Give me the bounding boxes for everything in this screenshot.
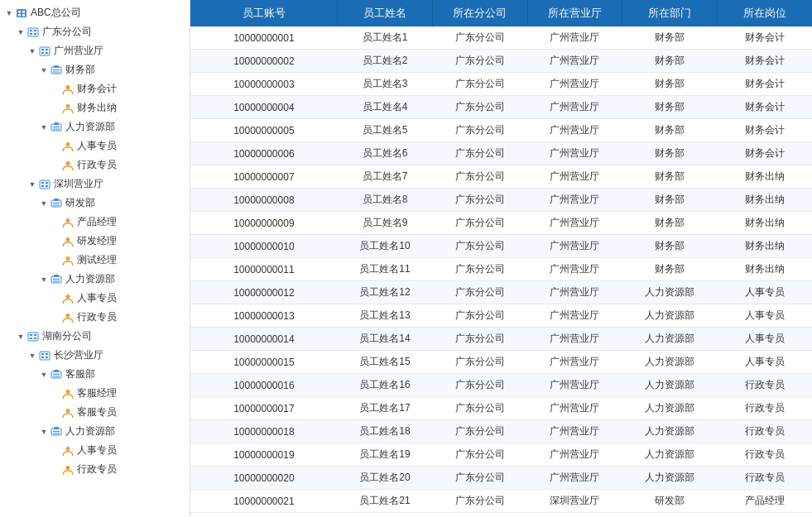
tree-node-rszy3[interactable]: 人事专员	[0, 441, 190, 460]
table-row[interactable]: 10000000018员工姓名18广东分公司广州营业厅人力资源部行政专员	[190, 420, 812, 443]
tree-node-xzzy2[interactable]: 行政专员	[0, 308, 190, 327]
cell-dept: 财务部	[622, 189, 718, 212]
toggle-icon[interactable]: ▼	[15, 333, 26, 341]
cell-name: 员工姓名2	[338, 50, 433, 73]
toggle-icon[interactable]: ▼	[38, 275, 50, 284]
tree-node-label: 人事专员	[77, 291, 117, 305]
table-header-1[interactable]: 员工姓名	[338, 0, 433, 26]
tree-node-rlyb3[interactable]: ▼ 人力资源部	[0, 422, 190, 441]
cell-company: 广东分公司	[432, 26, 527, 50]
toggle-icon[interactable]: ▼	[38, 428, 50, 436]
cell-empno: 10000000021	[190, 490, 338, 513]
tree-node-label: 客服专员	[77, 405, 117, 419]
tree-node-label: 行政专员	[77, 158, 117, 172]
table-row[interactable]: 10000000005员工姓名5广东分公司广州营业厅财务部财务会计	[190, 119, 812, 142]
tree-node-rlyb[interactable]: ▼ 人力资源部	[0, 117, 190, 136]
tree-node-rlyb2[interactable]: ▼ 人力资源部	[0, 270, 190, 289]
tree-node-gz[interactable]: ▼ 广州营业厅	[0, 41, 190, 60]
tree-node-sz[interactable]: ▼ 深圳营业厅	[0, 175, 190, 194]
toggle-icon[interactable]: ▼	[38, 199, 50, 208]
cell-pos: 财务出纳	[717, 235, 812, 258]
cell-hall: 广州营业厅	[527, 420, 622, 443]
tree-node-label: 行政专员	[77, 310, 117, 324]
table-row[interactable]: 10000000002员工姓名2广东分公司广州营业厅财务部财务会计	[190, 50, 812, 73]
tree-node-kfzy[interactable]: 客服专员	[0, 403, 190, 422]
tree-node-cwcn[interactable]: 财务出纳	[0, 98, 190, 117]
cell-empno: 10000000020	[190, 467, 338, 490]
cell-hall: 广州营业厅	[527, 443, 622, 467]
table-row[interactable]: 10000000004员工姓名4广东分公司广州营业厅财务部财务会计	[190, 96, 812, 119]
table-row[interactable]: 10000000012员工姓名12广东分公司广州营业厅人力资源部人事专员	[190, 281, 812, 304]
table-row[interactable]: 10000000007员工姓名7广东分公司广州营业厅财务部财务出纳	[190, 165, 812, 189]
toggle-icon[interactable]: ▼	[38, 66, 50, 74]
table-scroll-area[interactable]: 员工账号员工姓名所在分公司所在营业厅所在部门所在岗位 10000000001员工…	[190, 0, 812, 517]
cell-dept: 人力资源部	[622, 304, 718, 328]
table-header-5[interactable]: 所在岗位	[717, 0, 812, 26]
table-row[interactable]: 10000000009员工姓名9广东分公司广州营业厅财务部财务出纳	[190, 212, 812, 235]
table-row[interactable]: 10000000014员工姓名14广东分公司广州营业厅人力资源部人事专员	[190, 328, 812, 351]
table-row[interactable]: 10000000006员工姓名6广东分公司广州营业厅财务部财务会计	[190, 142, 812, 165]
tree-node-root[interactable]: ▼ ABC总公司	[0, 3, 190, 22]
cell-hall: 广州营业厅	[527, 328, 622, 351]
cell-dept: 人力资源部	[622, 328, 718, 351]
toggle-icon[interactable]: ▼	[26, 352, 38, 360]
tree-node-xzzy[interactable]: 行政专员	[0, 156, 190, 175]
tree-node-label: 人力资源部	[65, 120, 115, 134]
tree-node-kfb[interactable]: ▼ 客服部	[0, 365, 190, 384]
toggle-icon[interactable]: ▼	[26, 47, 38, 55]
cell-empno: 10000000007	[190, 165, 338, 189]
svg-rect-48	[30, 337, 32, 339]
toggle-icon[interactable]: ▼	[15, 28, 26, 36]
table-row[interactable]: 10000000020员工姓名20广东分公司广州营业厅人力资源部行政专员	[190, 467, 812, 490]
table-row[interactable]: 10000000010员工姓名10广东分公司广州营业厅财务部财务出纳	[190, 235, 812, 258]
tree-node-kfjl[interactable]: 客服经理	[0, 384, 190, 403]
svg-rect-56	[54, 370, 59, 372]
table-row[interactable]: 10000000019员工姓名19广东分公司广州营业厅人力资源部行政专员	[190, 443, 812, 467]
table-header-4[interactable]: 所在部门	[622, 0, 718, 26]
tree-node-rszy2[interactable]: 人事专员	[0, 289, 190, 308]
cell-dept: 财务部	[622, 165, 718, 189]
table-row[interactable]: 10000000021员工姓名21广东分公司深圳营业厅研发部产品经理	[190, 490, 812, 513]
tree-node-cwb[interactable]: ▼ 财务部	[0, 60, 190, 79]
table-header-0[interactable]: 员工账号	[190, 0, 338, 26]
cell-name: 员工姓名1	[338, 26, 433, 50]
table-row[interactable]: 10000000011员工姓名11广东分公司广州营业厅财务部财务出纳	[190, 258, 812, 281]
svg-rect-7	[34, 30, 36, 31]
table-row[interactable]: 10000000008员工姓名8广东分公司广州营业厅财务部财务出纳	[190, 189, 812, 212]
table-row[interactable]: 10000000015员工姓名15广东分公司广州营业厅人力资源部人事专员	[190, 351, 812, 374]
cell-dept: 人力资源部	[622, 374, 718, 397]
tree-node-cpjl[interactable]: 产品经理	[0, 213, 190, 232]
svg-point-20	[66, 104, 70, 108]
table-row[interactable]: 10000000001员工姓名1广东分公司广州营业厅财务部财务会计	[190, 26, 812, 50]
table-row[interactable]: 10000000003员工姓名3广东分公司广州营业厅财务部财务会计	[190, 73, 812, 96]
cell-hall: 广州营业厅	[527, 397, 622, 420]
table-header-2[interactable]: 所在分公司	[432, 0, 527, 26]
tree-node-rszy[interactable]: 人事专员	[0, 136, 190, 156]
svg-rect-16	[54, 65, 59, 68]
table-row[interactable]: 10000000013员工姓名13广东分公司广州营业厅人力资源部人事专员	[190, 304, 812, 328]
tree-node-yfing[interactable]: 研发经理	[0, 232, 190, 251]
table-row[interactable]: 10000000017员工姓名17广东分公司广州营业厅人力资源部行政专员	[190, 397, 812, 420]
table-header-3[interactable]: 所在营业厅	[527, 0, 622, 26]
cell-hall: 广州营业厅	[527, 189, 622, 212]
cell-name: 员工姓名19	[338, 443, 433, 467]
tree-node-xzzy3[interactable]: 行政专员	[0, 460, 190, 479]
tree-node-csjl[interactable]: 测试经理	[0, 251, 190, 270]
svg-rect-3	[18, 14, 21, 17]
toggle-icon[interactable]: ▼	[3, 9, 15, 17]
toggle-icon[interactable]: ▼	[26, 180, 38, 189]
toggle-icon[interactable]: ▼	[38, 371, 50, 379]
cell-name: 员工姓名15	[338, 351, 433, 374]
tree-node-gd[interactable]: ▼ 广东分公司	[0, 22, 190, 41]
person-icon	[61, 235, 74, 248]
tree-node-yfb[interactable]: ▼ 研发部	[0, 194, 190, 213]
tree-node-hn[interactable]: ▼ 湖南分公司	[0, 327, 190, 346]
org-tree[interactable]: ▼ ABC总公司▼ 广东分公司▼ 广州营业厅▼ 财务部 财务会计	[0, 0, 190, 517]
tree-node-cwkj[interactable]: 财务会计	[0, 79, 190, 98]
table-row[interactable]: 10000000016员工姓名16广东分公司广州营业厅人力资源部行政专员	[190, 374, 812, 397]
cell-name: 员工姓名3	[338, 73, 433, 96]
cell-hall: 广州营业厅	[527, 96, 622, 119]
toggle-icon[interactable]: ▼	[38, 123, 50, 132]
cell-hall: 广州营业厅	[527, 467, 622, 490]
tree-node-cs[interactable]: ▼ 长沙营业厅	[0, 346, 190, 365]
